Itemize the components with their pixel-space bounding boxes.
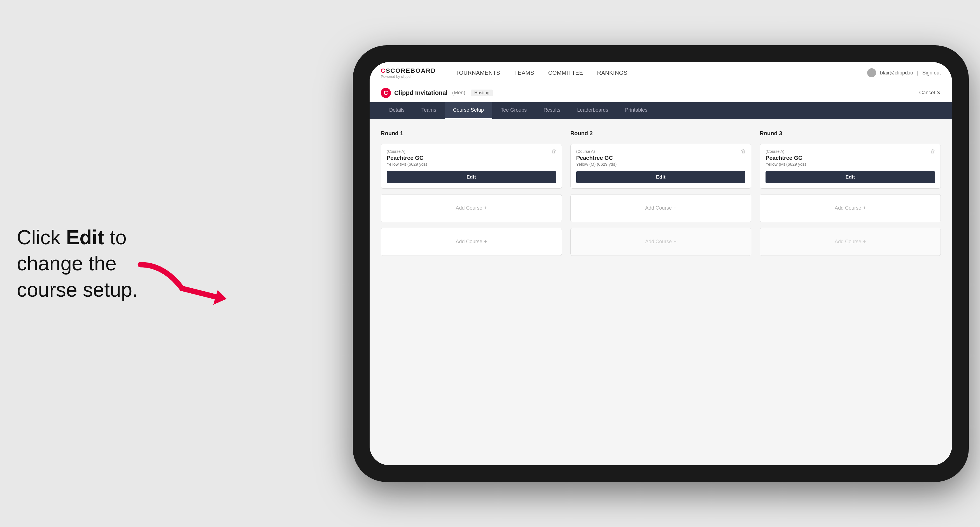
round-1-course-label: (Course A) xyxy=(387,149,556,154)
tab-teams[interactable]: Teams xyxy=(413,102,445,119)
round-2-course-details: Yellow (M) (6629 yds) xyxy=(576,162,746,167)
round-2-delete-icon[interactable]: 🗑 xyxy=(740,148,747,156)
tabs-bar: Details Teams Course Setup Tee Groups Re… xyxy=(370,102,952,119)
plus-icon-r2-1: + xyxy=(673,205,676,211)
add-course-label-1: Add Course xyxy=(456,205,482,211)
plus-icon-1: + xyxy=(484,205,487,211)
round-1-delete-icon[interactable]: 🗑 xyxy=(550,148,558,156)
cancel-button[interactable]: Cancel ✕ xyxy=(919,90,941,96)
round-2-add-course-2: Add Course+ xyxy=(570,228,751,256)
tab-leaderboards[interactable]: Leaderboards xyxy=(569,102,617,119)
round-2-column: Round 2 🗑 (Course A) Peachtree GC Yellow… xyxy=(570,130,751,256)
brand-name: SCOREBOARD xyxy=(386,67,436,74)
round-1-course-card: 🗑 (Course A) Peachtree GC Yellow (M) (66… xyxy=(381,144,562,189)
close-icon: ✕ xyxy=(937,90,941,96)
tab-details[interactable]: Details xyxy=(381,102,413,119)
tournament-gender: (Men) xyxy=(452,90,465,96)
tab-results[interactable]: Results xyxy=(535,102,569,119)
round-1-add-course-2[interactable]: Add Course+ xyxy=(381,228,562,256)
round-3-title: Round 3 xyxy=(760,130,941,137)
plus-icon-2: + xyxy=(484,239,487,244)
add-course-r2-label-1: Add Course xyxy=(645,205,672,211)
nav-committee[interactable]: COMMITTEE xyxy=(548,70,583,76)
plus-icon-r3-1: + xyxy=(863,205,866,211)
tablet-screen: CSCOREBOARD Powered by clippd TOURNAMENT… xyxy=(370,62,952,465)
main-nav: TOURNAMENTS TEAMS COMMITTEE RANKINGS xyxy=(455,70,853,76)
tablet-device: CSCOREBOARD Powered by clippd TOURNAMENT… xyxy=(353,45,969,482)
round-3-course-card: 🗑 (Course A) Peachtree GC Yellow (M) (66… xyxy=(760,144,941,189)
round-3-add-course-2: Add Course+ xyxy=(760,228,941,256)
add-course-label-2: Add Course xyxy=(456,239,482,244)
round-1-course-details: Yellow (M) (6629 yds) xyxy=(387,162,556,167)
round-1-column: Round 1 🗑 (Course A) Peachtree GC Yellow… xyxy=(381,130,562,256)
round-2-course-label: (Course A) xyxy=(576,149,746,154)
top-nav: CSCOREBOARD Powered by clippd TOURNAMENT… xyxy=(370,62,952,84)
add-course-r3-label-2: Add Course xyxy=(835,239,861,244)
brand-subtitle: Powered by clippd xyxy=(381,75,436,79)
round-3-add-course-2-text: Add Course+ xyxy=(835,239,866,244)
round-2-add-course-1-text: Add Course+ xyxy=(645,205,676,211)
round-3-delete-icon[interactable]: 🗑 xyxy=(929,148,937,156)
rounds-grid: Round 1 🗑 (Course A) Peachtree GC Yellow… xyxy=(381,130,941,256)
nav-tournaments[interactable]: TOURNAMENTS xyxy=(455,70,500,76)
tab-course-setup[interactable]: Course Setup xyxy=(445,102,492,119)
round-3-course-name: Peachtree GC xyxy=(765,155,935,161)
cancel-label: Cancel xyxy=(919,90,935,96)
round-2-add-course-2-text: Add Course+ xyxy=(645,239,676,244)
user-email: blair@clippd.io xyxy=(880,70,913,76)
main-content: Round 1 🗑 (Course A) Peachtree GC Yellow… xyxy=(370,119,952,465)
add-course-r2-label-2: Add Course xyxy=(645,239,672,244)
tab-printables[interactable]: Printables xyxy=(617,102,656,119)
brand-c: C xyxy=(381,67,386,74)
tournament-name: Clippd Invitational xyxy=(394,89,448,97)
round-1-add-course-1-text: Add Course+ xyxy=(456,205,487,211)
plus-icon-r2-2: + xyxy=(673,239,676,244)
round-1-title: Round 1 xyxy=(381,130,562,137)
nav-rankings[interactable]: RANKINGS xyxy=(597,70,627,76)
round-1-add-course-2-text: Add Course+ xyxy=(456,239,487,244)
sub-header: C Clippd Invitational (Men) Hosting Canc… xyxy=(370,84,952,102)
round-3-column: Round 3 🗑 (Course A) Peachtree GC Yellow… xyxy=(760,130,941,256)
round-1-edit-button[interactable]: Edit xyxy=(387,171,556,183)
clippd-logo: C xyxy=(381,88,391,98)
round-3-edit-button[interactable]: Edit xyxy=(765,171,935,183)
bold-edit: Edit xyxy=(66,226,104,248)
plus-icon-r3-2: + xyxy=(863,239,866,244)
round-1-add-course-1[interactable]: Add Course+ xyxy=(381,194,562,222)
round-2-add-course-1[interactable]: Add Course+ xyxy=(570,194,751,222)
round-3-add-course-1[interactable]: Add Course+ xyxy=(760,194,941,222)
sub-header-left: C Clippd Invitational (Men) Hosting xyxy=(381,88,493,98)
brand-title: CSCOREBOARD xyxy=(381,67,436,75)
scene: Click Edit tochange thecourse setup. CSC… xyxy=(0,0,980,527)
add-course-r3-label-1: Add Course xyxy=(835,205,861,211)
round-1-course-name: Peachtree GC xyxy=(387,155,556,161)
round-2-course-card: 🗑 (Course A) Peachtree GC Yellow (M) (66… xyxy=(570,144,751,189)
round-2-course-name: Peachtree GC xyxy=(576,155,746,161)
round-3-course-label: (Course A) xyxy=(765,149,935,154)
separator: | xyxy=(917,70,918,76)
arrow-icon xyxy=(134,257,230,313)
user-avatar xyxy=(867,68,876,77)
nav-teams[interactable]: TEAMS xyxy=(514,70,534,76)
tab-tee-groups[interactable]: Tee Groups xyxy=(492,102,535,119)
sign-out-link[interactable]: Sign out xyxy=(922,70,941,76)
brand: CSCOREBOARD Powered by clippd xyxy=(381,67,436,79)
round-3-add-course-1-text: Add Course+ xyxy=(835,205,866,211)
nav-right: blair@clippd.io | Sign out xyxy=(867,68,941,77)
round-2-title: Round 2 xyxy=(570,130,751,137)
round-2-edit-button[interactable]: Edit xyxy=(576,171,746,183)
round-3-course-details: Yellow (M) (6629 yds) xyxy=(765,162,935,167)
hosting-badge: Hosting xyxy=(471,90,493,96)
